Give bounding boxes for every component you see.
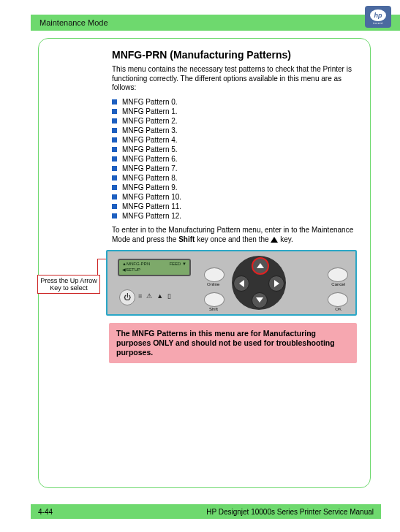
list-item: MNFG Pattern 9.	[112, 183, 357, 192]
list-item: MNFG Pattern 6.	[112, 154, 357, 164]
lcd-line2-left: ◀SETUP	[122, 267, 140, 273]
hp-logo-text: hp	[370, 10, 386, 21]
lcd-screen: ▲MNFG-PRN FEED ▼ ◀SETUP	[118, 259, 191, 276]
header-bar: Maintenance Mode	[31, 15, 400, 31]
shift-label: Shift	[209, 307, 218, 311]
dpad-down	[252, 292, 268, 308]
dpad	[232, 256, 286, 310]
pattern-list: MNFG Pattern 0. MNFG Pattern 1. MNFG Pat…	[112, 97, 357, 221]
ink-icon: ▯	[167, 292, 171, 300]
list-item: MNFG Pattern 1.	[112, 107, 357, 116]
dpad-right	[268, 276, 284, 292]
ok-button	[328, 292, 348, 307]
list-item: MNFG Pattern 7.	[112, 164, 357, 173]
control-panel-figure: Press the Up Arrow Key to select ▲MNFG-P…	[106, 250, 357, 316]
lcd-line1-left: ▲MNFG-PRN	[122, 262, 150, 267]
lcd-line1-right: FEED ▼	[169, 262, 186, 267]
page-number: 4-44	[38, 508, 53, 516]
dpad-up	[252, 257, 269, 275]
hp-logo-sub: invent	[373, 21, 383, 25]
callout-box: Press the Up Arrow Key to select	[37, 275, 100, 294]
page-frame: MNFG-PRN (Manufacturing Patterns) This m…	[38, 38, 371, 488]
list-item: MNFG Pattern 11.	[112, 202, 357, 211]
power-icon: ⏻	[124, 293, 131, 301]
instr-post: key.	[278, 235, 293, 243]
list-item: MNFG Pattern 5.	[112, 145, 357, 154]
section-title: MNFG-PRN (Manufacturing Patterns)	[112, 49, 357, 61]
callout-vline	[97, 259, 98, 276]
list-item: MNFG Pattern 0.	[112, 97, 357, 107]
drop-icon: ▲	[156, 292, 163, 300]
ok-label: OK	[335, 307, 341, 311]
dpad-left	[233, 276, 249, 292]
warning-icon: ⚠	[146, 292, 152, 300]
shift-button	[204, 292, 224, 307]
up-triangle-icon	[271, 237, 278, 243]
printer-panel: ▲MNFG-PRN FEED ▼ ◀SETUP ⏻ ≡ ⚠ ▲ ▯ Online…	[106, 250, 357, 316]
online-label: Online	[207, 282, 219, 286]
cancel-label: Cancel	[331, 282, 345, 286]
hp-logo: hp invent	[365, 6, 391, 28]
footer-bar: 4-44 HP Designjet 10000s Series Printer …	[31, 504, 381, 519]
instr-bold: Shift	[178, 235, 195, 243]
list-item: MNFG Pattern 8.	[112, 173, 357, 183]
list-item: MNFG Pattern 10.	[112, 192, 357, 202]
status-icons: ≡ ⚠ ▲ ▯	[138, 292, 171, 300]
cancel-button	[328, 267, 348, 282]
header-title: Maintenance Mode	[39, 18, 108, 27]
instr-mid: key once and then the	[195, 235, 271, 243]
warning-box: The MNFG Patterns in this menu are for M…	[109, 323, 357, 363]
manual-title: HP Designjet 10000s Series Printer Servi…	[206, 508, 374, 516]
section-intro: This menu contains the necessary test pa…	[112, 65, 357, 93]
list-item: MNFG Pattern 3.	[112, 126, 357, 135]
list-item: MNFG Pattern 4.	[112, 135, 357, 145]
list-item: MNFG Pattern 12.	[112, 211, 357, 221]
power-button: ⏻	[119, 289, 135, 305]
list-item: MNFG Pattern 2.	[112, 116, 357, 126]
online-button	[204, 267, 224, 282]
instruction-text: To enter in to the Manufacturing Pattern…	[112, 225, 357, 244]
lines-icon: ≡	[138, 292, 142, 300]
